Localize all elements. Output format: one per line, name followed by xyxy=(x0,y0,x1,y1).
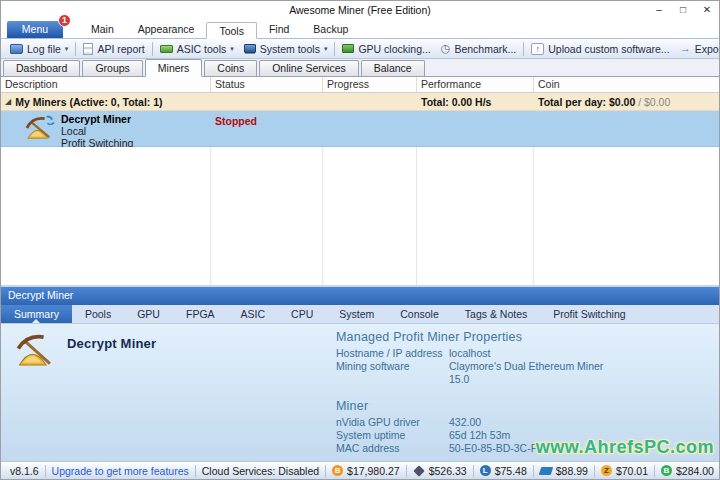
zcash-icon: Z xyxy=(601,465,612,476)
dash-price: $88.99 xyxy=(534,465,594,477)
dash-icon xyxy=(538,467,553,475)
gpu-clocking-label: GPU clocking... xyxy=(358,43,430,55)
ribbon-tab-appearance[interactable]: Appearance xyxy=(126,21,207,38)
group-row-my-miners[interactable]: ◢ My Miners (Active: 0, Total: 1) Total:… xyxy=(1,93,719,111)
ribbon-tab-row: Menu 1 Main Appearance Tools Find Backup xyxy=(1,19,719,39)
main-tab-strip: Dashboard Groups Miners Coins Online Ser… xyxy=(1,59,719,77)
property-row: nVidia GPU driver 432.00 xyxy=(336,416,711,429)
log-file-label: Log file xyxy=(27,43,61,55)
column-header-description[interactable]: Description xyxy=(1,77,211,92)
toolbar: Log file ▾ API report ASIC tools ▾ Syste… xyxy=(1,39,719,59)
column-divider xyxy=(416,147,417,285)
gpu-clocking-button[interactable]: GPU clocking... xyxy=(337,42,435,56)
maximize-button[interactable]: □ xyxy=(671,2,695,19)
upload-custom-software-button[interactable]: ↑ Upload custom software... xyxy=(526,42,674,56)
miner-text-block: Decrypt Miner Local Profit Switching xyxy=(61,114,133,148)
bitcoin-icon: B xyxy=(332,465,343,476)
column-header-progress[interactable]: Progress xyxy=(323,77,417,92)
tab-summary[interactable]: Summary xyxy=(1,305,72,323)
title-bar: Awesome Miner (Free Edition) – □ ✕ xyxy=(1,1,719,19)
minimize-button[interactable]: – xyxy=(647,2,671,19)
log-file-button[interactable]: Log file ▾ xyxy=(5,42,73,56)
api-report-button[interactable]: API report xyxy=(78,42,149,56)
window-title: Awesome Miner (Free Edition) xyxy=(1,4,719,16)
asic-tools-button[interactable]: ASIC tools ▾ xyxy=(155,42,239,56)
column-header-status[interactable]: Status xyxy=(211,77,323,92)
bitcoin-price: B $17,980.27 xyxy=(326,465,406,477)
export-button[interactable]: → Export ▾ xyxy=(675,42,720,56)
column-header-performance[interactable]: Performance xyxy=(417,77,534,92)
tab-fpga[interactable]: FPGA xyxy=(173,305,228,323)
tab-system[interactable]: System xyxy=(326,305,387,323)
system-tools-label: System tools xyxy=(260,43,320,55)
zcash-value: $70.01 xyxy=(616,465,648,477)
menu-button[interactable]: Menu 1 xyxy=(7,21,63,38)
column-divider xyxy=(210,147,211,285)
miner-status: Stopped xyxy=(211,111,323,148)
tab-pools[interactable]: Pools xyxy=(72,305,124,323)
miner-icon xyxy=(25,114,55,142)
tab-miners[interactable]: Miners xyxy=(145,59,203,77)
tab-balance[interactable]: Balance xyxy=(361,60,425,76)
property-value: 65d 12h 53m xyxy=(449,429,510,442)
tab-online-services[interactable]: Online Services xyxy=(259,60,359,76)
tab-asic[interactable]: ASIC xyxy=(228,305,279,323)
tab-groups[interactable]: Groups xyxy=(82,60,142,76)
litecoin-value: $75.48 xyxy=(495,465,527,477)
property-value: 50-E0-85-BD-3C-F6 xyxy=(449,442,543,455)
chevron-down-icon: ▾ xyxy=(230,45,234,53)
toolbar-separator xyxy=(334,42,335,56)
litecoin-price: L $75.48 xyxy=(474,465,533,477)
close-button[interactable]: ✕ xyxy=(695,2,719,19)
tab-coins[interactable]: Coins xyxy=(204,60,257,76)
group-total-per-day: Total per day: $0.00 / $0.00 xyxy=(534,96,719,108)
column-header-coin[interactable]: Coin xyxy=(534,77,719,92)
property-row: Mining software Claymore's Dual Ethereum… xyxy=(336,360,711,386)
tab-profit-switching[interactable]: Profit Switching xyxy=(540,305,638,323)
tab-cpu[interactable]: CPU xyxy=(278,305,326,323)
tab-tags-notes[interactable]: Tags & Notes xyxy=(452,305,540,323)
status-bar: v8.1.6 Upgrade to get more features Clou… xyxy=(1,461,719,479)
upgrade-link[interactable]: Upgrade to get more features xyxy=(46,465,195,477)
dash-value: $88.99 xyxy=(556,465,588,477)
menu-button-label: Menu xyxy=(22,23,48,35)
ribbon-tab-tools[interactable]: Tools xyxy=(206,22,257,39)
window-controls: – □ ✕ xyxy=(647,2,719,19)
table-row-decrypt-miner[interactable]: Decrypt Miner Local Profit Switching Sto… xyxy=(1,111,719,147)
litecoin-icon: L xyxy=(480,465,491,476)
upload-label: Upload custom software... xyxy=(548,43,669,55)
bitcoin-value: $17,980.27 xyxy=(347,465,400,477)
property-label: Hostname / IP address xyxy=(336,347,449,360)
awesome-miner-window: Awesome Miner (Free Edition) – □ ✕ Menu … xyxy=(0,0,720,480)
export-label: Export xyxy=(695,43,720,55)
expand-collapse-icon[interactable]: ◢ xyxy=(5,97,11,106)
api-report-icon xyxy=(83,43,93,55)
benchmark-button[interactable]: ◷ Benchmark... xyxy=(436,42,521,56)
property-label: System uptime xyxy=(336,429,449,442)
property-label: Mining software xyxy=(336,360,449,386)
tab-gpu[interactable]: GPU xyxy=(124,305,173,323)
tab-dashboard[interactable]: Dashboard xyxy=(3,60,80,76)
section-title-managed-profit: Managed Profit Miner Properties xyxy=(336,330,711,344)
ribbon-tab-find[interactable]: Find xyxy=(257,21,301,38)
tab-console[interactable]: Console xyxy=(387,305,452,323)
api-report-label: API report xyxy=(97,43,144,55)
system-tools-icon xyxy=(244,44,256,53)
miner-icon-large xyxy=(15,332,57,370)
bitcoin-cash-icon: B xyxy=(661,465,672,476)
detail-panel-tab-strip: Summary Pools GPU FPGA ASIC CPU System C… xyxy=(1,305,719,324)
cloud-services-status[interactable]: Cloud Services: Disabled xyxy=(196,465,325,477)
watermark: www.AhrefsPC.com xyxy=(536,437,714,458)
toolbar-separator xyxy=(75,42,76,56)
zcash-price: Z $70.01 xyxy=(595,465,654,477)
bitcoin-cash-price: B $284.00 xyxy=(655,465,720,477)
ribbon-tab-main[interactable]: Main xyxy=(79,21,126,38)
system-tools-button[interactable]: System tools ▾ xyxy=(239,42,333,56)
asic-tools-icon xyxy=(160,45,173,53)
ribbon-tab-backup[interactable]: Backup xyxy=(301,21,360,38)
asic-tools-label: ASIC tools xyxy=(177,43,227,55)
log-file-icon xyxy=(10,44,23,54)
property-value: 432.00 xyxy=(449,416,481,429)
group-total-per-day-main: Total per day: $0.00 xyxy=(538,96,635,108)
ethereum-price: $526.33 xyxy=(407,465,473,477)
